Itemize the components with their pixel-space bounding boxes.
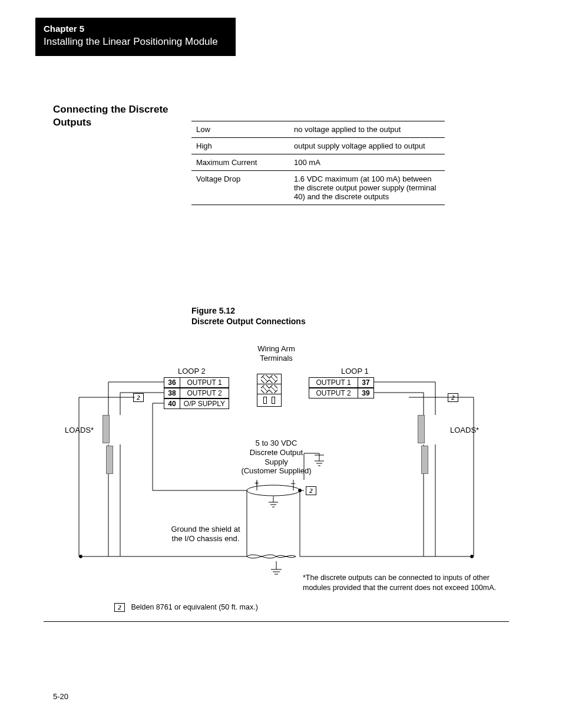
svg-point-7 — [80, 555, 82, 558]
figure-bottom-rule — [44, 621, 509, 622]
load-left — [103, 415, 123, 444]
pin-row-37: OUTPUT 1 37 — [309, 377, 374, 388]
pin-label: O/P SUPPLY — [180, 398, 229, 409]
wiring-arm-label: Wiring Arm Terminals — [247, 344, 306, 363]
page-number: 5-20 — [53, 692, 527, 701]
cable-marker-right: 2 — [448, 393, 458, 402]
svg-line-50 — [263, 387, 267, 391]
spec-key: Voltage Drop — [191, 171, 289, 205]
screw-icon — [261, 385, 269, 393]
spec-table: Low no voltage applied to the output Hig… — [191, 121, 445, 205]
pin-number: 37 — [358, 377, 374, 388]
chapter-title: Installing the Linear Positioning Module — [44, 36, 227, 48]
pin-label: OUTPUT 1 — [309, 377, 358, 388]
svg-line-52 — [271, 387, 276, 391]
supply-plus: + — [254, 479, 259, 488]
spec-key: Low — [191, 121, 289, 138]
screw-icon — [261, 375, 269, 383]
figure-caption: Figure 5.12 Discrete Output Connections — [191, 305, 527, 327]
pin-row-40: 40 O/P SUPPLY — [164, 398, 229, 409]
pin-number: 36 — [164, 377, 180, 388]
supply-minus: – — [291, 479, 295, 488]
pin-row-39: OUTPUT 2 39 — [309, 388, 374, 398]
pin-label: OUTPUT 2 — [180, 388, 229, 398]
load-icon — [421, 446, 428, 474]
loop2-label: LOOP 2 — [178, 367, 206, 376]
section-heading: Connecting the Discrete Outputs — [53, 103, 183, 129]
spec-key: High — [191, 138, 289, 154]
spec-value: 100 mA — [289, 154, 445, 171]
cable-marker-legend: 2 — [114, 603, 125, 612]
svg-point-24 — [299, 489, 302, 492]
spec-value: 1.6 VDC maximum (at 100 mA) between the … — [289, 171, 445, 205]
loop1-label: LOOP 1 — [341, 367, 369, 376]
svg-rect-53 — [263, 397, 266, 404]
chapter-header: Chapter 5 Installing the Linear Position… — [35, 18, 236, 56]
pin-label: OUTPUT 2 — [309, 388, 358, 398]
supply-label: 5 to 30 VDC Discrete Output Supply (Cust… — [232, 439, 320, 475]
table-row: Maximum Current 100 mA — [191, 154, 445, 171]
pin-row-36: 36 OUTPUT 1 — [164, 377, 229, 388]
spec-value: no voltage applied to the output — [289, 121, 445, 138]
figure-number: Figure 5.12 — [191, 306, 235, 315]
table-row: Voltage Drop 1.6 VDC maximum (at 100 mA)… — [191, 171, 445, 205]
ground-note: Ground the shield at the I/O chassis end… — [161, 525, 250, 543]
asterisk-note: *The discrete outputs can be connected t… — [303, 573, 503, 593]
table-row: Low no voltage applied to the output — [191, 121, 445, 138]
pin-number: 40 — [164, 398, 180, 409]
chapter-number: Chapter 5 — [44, 24, 227, 34]
spec-value: output supply voltage applied to output — [289, 138, 445, 154]
svg-rect-54 — [272, 397, 275, 404]
svg-line-48 — [271, 377, 276, 381]
legend-text: Belden 8761 or equivalent (50 ft. max.) — [131, 603, 257, 611]
connector-icon — [272, 397, 275, 404]
cable-marker-supply: 2 — [306, 486, 316, 495]
loads-label-left: LOADS* — [65, 426, 94, 435]
pin-number: 38 — [164, 388, 180, 398]
table-row: High output supply voltage applied to ou… — [191, 138, 445, 154]
legend: 2 Belden 8761 or equivalent (50 ft. max.… — [114, 602, 258, 612]
screw-icon — [269, 375, 277, 383]
load-icon — [103, 415, 110, 443]
figure-title: Discrete Output Connections — [191, 317, 306, 326]
connector-icon — [263, 397, 267, 404]
screw-icon — [269, 385, 277, 393]
load-icon — [106, 446, 113, 474]
spec-key: Maximum Current — [191, 154, 289, 171]
wiring-diagram: Wiring Arm Terminals LOOP 2 LOOP 1 36 OU… — [44, 338, 509, 633]
loads-label-right: LOADS* — [450, 426, 479, 435]
pin-number: 39 — [358, 388, 374, 398]
load-icon — [418, 415, 425, 443]
pin-row-38: 38 OUTPUT 2 — [164, 388, 229, 398]
svg-point-25 — [471, 555, 474, 558]
pin-label: OUTPUT 1 — [180, 377, 229, 388]
svg-line-46 — [263, 377, 267, 381]
cable-marker-left: 2 — [133, 393, 144, 402]
terminal-block — [257, 374, 282, 407]
load-right — [418, 415, 438, 444]
